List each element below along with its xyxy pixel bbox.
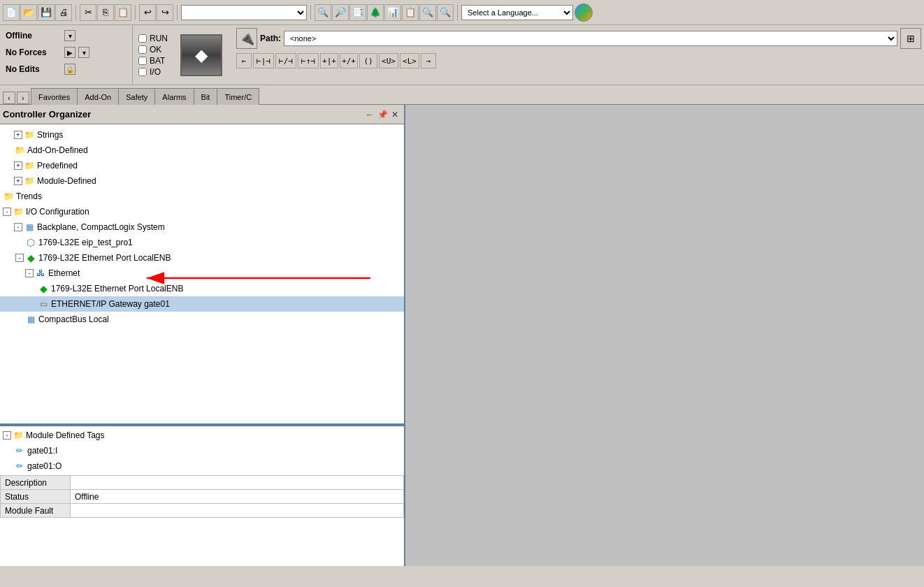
folder-icon-module-tags: 📁 bbox=[13, 430, 24, 441]
tree-item-addon-defined[interactable]: 📁 Add-On-Defined bbox=[0, 143, 404, 158]
ref-button1[interactable]: 📊 bbox=[384, 4, 401, 21]
tree-item-compactbus[interactable]: ▦ CompactBus Local bbox=[0, 312, 404, 327]
tree-item-1769-eth[interactable]: - ◆ 1769-L32E Ethernet Port LocalENB bbox=[0, 250, 404, 266]
path-label: Path: bbox=[260, 34, 281, 43]
offline-label: Offline bbox=[6, 31, 62, 41]
zoom-out-button[interactable]: 🔍 bbox=[437, 4, 454, 21]
trends-label: Trends bbox=[16, 191, 42, 201]
expand-ethernet[interactable]: - bbox=[25, 269, 34, 277]
tab-favorites[interactable]: Favorites bbox=[31, 88, 78, 105]
find-button2[interactable]: 🔎 bbox=[332, 4, 349, 21]
tab-addon[interactable]: Add-On bbox=[77, 88, 119, 105]
tree-item-module-defined[interactable]: + 📁 Module-Defined bbox=[0, 173, 404, 189]
open-button[interactable]: 📂 bbox=[20, 4, 37, 21]
expand-backplane[interactable]: - bbox=[14, 223, 22, 231]
description-row: Description bbox=[1, 476, 404, 490]
tree-item-backplane[interactable]: - ▦ Backplane, CompactLogix System bbox=[0, 219, 404, 235]
copy-button[interactable]: ⎘ bbox=[97, 4, 114, 21]
tree-item-strings[interactable]: + 📁 Strings bbox=[0, 127, 404, 143]
module-tags: - 📁 Module Defined Tags ✏ gate01:I ✏ gat… bbox=[0, 426, 404, 475]
ref-button2[interactable]: 📋 bbox=[402, 4, 419, 21]
offline-dropdown-icon[interactable]: ▾ bbox=[64, 30, 75, 41]
tree-area[interactable]: + 📁 Strings 📁 Add-On-Defined + 📁 Predefi… bbox=[0, 124, 404, 425]
sep5 bbox=[457, 5, 458, 20]
ladder-coil3[interactable]: () bbox=[359, 53, 377, 68]
context-dropdown[interactable] bbox=[181, 5, 307, 20]
ladder-contact-no[interactable]: ⊢/⊣ bbox=[275, 53, 296, 68]
tree-button[interactable]: 🌲 bbox=[367, 4, 384, 21]
tree-item-predefined[interactable]: + 📁 Predefined bbox=[0, 158, 404, 173]
ladder-coil-l[interactable]: <L> bbox=[400, 53, 419, 68]
undo-button[interactable]: ↩ bbox=[139, 4, 156, 21]
forces-arrow-icon[interactable]: ▶ bbox=[64, 47, 75, 58]
tree-item-gateway[interactable]: ▭ ETHERNET/IP Gateway gate01 bbox=[0, 296, 404, 312]
ladder-contact-nc[interactable]: ⊢|⊣ bbox=[253, 53, 274, 68]
tree-item-1769-eth-child[interactable]: ◆ 1769-L32E Ethernet Port LocalENB bbox=[0, 281, 404, 296]
backplane-label: Backplane, CompactLogix System bbox=[37, 222, 165, 232]
strings-label: Strings bbox=[37, 130, 63, 140]
ladder-contact3[interactable]: ⊢↑⊣ bbox=[298, 53, 319, 68]
tabs-row: ‹ › Favorites Add-On Safety Alarms Bit T… bbox=[0, 85, 924, 105]
globe-icon[interactable] bbox=[575, 3, 593, 22]
language-dropdown[interactable]: Select a Language... bbox=[461, 5, 573, 20]
module-defined-label: Module-Defined bbox=[37, 176, 96, 186]
expand-io-config[interactable]: - bbox=[3, 208, 11, 216]
new-button[interactable]: 📄 bbox=[3, 4, 20, 21]
panel-close-icon[interactable]: ✕ bbox=[389, 108, 401, 121]
redo-button[interactable]: ↪ bbox=[157, 4, 173, 21]
save-button[interactable]: 💾 bbox=[38, 4, 55, 21]
bat-checkbox[interactable] bbox=[138, 57, 147, 65]
ethernet-port-icon: ◆ bbox=[25, 252, 36, 263]
expand-predefined[interactable]: + bbox=[14, 161, 22, 170]
tab-timer[interactable]: Timer/C bbox=[217, 88, 259, 105]
ladder-nav-right[interactable]: → bbox=[421, 53, 436, 68]
ok-checkbox[interactable] bbox=[138, 45, 147, 54]
ethernet-port-child-icon: ◆ bbox=[38, 283, 49, 294]
panel-pin-icon[interactable]: 📌 bbox=[376, 108, 389, 121]
find-button3[interactable]: 📑 bbox=[349, 4, 366, 21]
cut-button[interactable]: ✂ bbox=[80, 4, 96, 21]
connect-button[interactable]: ⊞ bbox=[900, 28, 921, 49]
panel-arrow-icon[interactable]: ← bbox=[363, 108, 376, 121]
run-checkbox[interactable] bbox=[138, 34, 147, 43]
ladder-coil2[interactable]: +/+ bbox=[340, 53, 358, 68]
no-edits-row: No Edits 🔒 bbox=[6, 61, 127, 77]
tree-item-io-config[interactable]: - 📁 I/O Configuration bbox=[0, 204, 404, 219]
module-fault-value bbox=[71, 504, 404, 518]
path-dropdown[interactable]: <none> bbox=[284, 31, 897, 46]
zoom-in-button[interactable]: 🔍 bbox=[419, 4, 436, 21]
tree-item-1769-eip[interactable]: ⬡ 1769-L32E eip_test_pro1 bbox=[0, 235, 404, 250]
bat-label: BAT bbox=[150, 56, 165, 66]
tab-nav-left[interactable]: ‹ bbox=[3, 92, 15, 104]
expand-module-tags[interactable]: - bbox=[3, 431, 11, 440]
gateway-label: ETHERNET/IP Gateway gate01 bbox=[51, 299, 170, 309]
expand-module-defined[interactable]: + bbox=[14, 177, 22, 185]
tag-gate01-i-item[interactable]: ✏ gate01:I bbox=[0, 443, 404, 458]
run-checkbox-row: RUN bbox=[138, 34, 168, 43]
ladder-coil1[interactable]: +|+ bbox=[320, 53, 338, 68]
expand-strings[interactable]: + bbox=[14, 131, 22, 139]
comms-icon: 🔌 bbox=[236, 28, 257, 49]
compactbus-label: CompactBus Local bbox=[38, 314, 109, 324]
paste-button[interactable]: 📋 bbox=[115, 4, 131, 21]
tag-gate01-o-item[interactable]: ✏ gate01:O bbox=[0, 458, 404, 474]
tab-nav-right[interactable]: › bbox=[17, 92, 29, 104]
tab-alarms[interactable]: Alarms bbox=[154, 88, 194, 105]
compactbus-icon: ▦ bbox=[25, 314, 36, 325]
logo-area: ◆ bbox=[173, 25, 229, 85]
tab-bit[interactable]: Bit bbox=[194, 88, 218, 105]
ladder-nav-left[interactable]: ← bbox=[236, 53, 252, 68]
io-checkbox[interactable] bbox=[138, 68, 147, 76]
tab-safety[interactable]: Safety bbox=[118, 88, 155, 105]
find-button1[interactable]: 🔍 bbox=[315, 4, 331, 21]
module-fault-row: Module Fault bbox=[1, 504, 404, 518]
expand-1769-eth[interactable]: - bbox=[15, 254, 24, 262]
forces-dropdown-icon[interactable]: ▾ bbox=[78, 47, 89, 58]
ladder-coil-u[interactable]: <U> bbox=[379, 53, 398, 68]
tree-item-ethernet[interactable]: - 🖧 Ethernet bbox=[0, 266, 404, 281]
print-button[interactable]: 🖨 bbox=[55, 4, 72, 21]
tree-item-trends[interactable]: 📁 Trends bbox=[0, 189, 404, 204]
edits-lock-icon[interactable]: 🔒 bbox=[64, 64, 75, 75]
module-defined-tags-item[interactable]: - 📁 Module Defined Tags bbox=[0, 428, 404, 443]
tab-safety-label: Safety bbox=[126, 93, 147, 101]
